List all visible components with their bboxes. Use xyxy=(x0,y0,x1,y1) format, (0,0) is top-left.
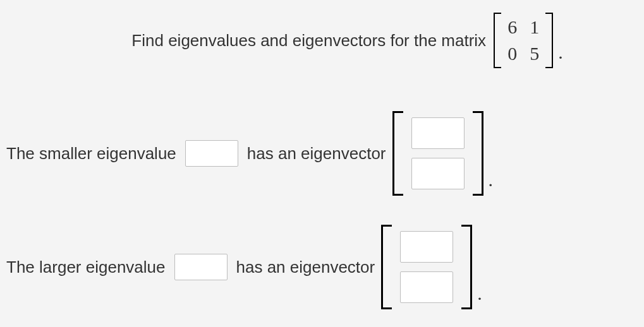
question-container: Find eigenvalues and eigenvectors for th… xyxy=(0,0,644,327)
smaller-eigenvector-input-1[interactable] xyxy=(411,117,465,149)
matrix-cell-11: 6 xyxy=(507,16,517,38)
smaller-eigenvalue-row: The smaller eigenvalue has an eigenvecto… xyxy=(6,106,638,201)
bracket-left-icon xyxy=(381,225,391,309)
prompt-text: Find eigenvalues and eigenvectors for th… xyxy=(131,31,486,51)
smaller-eigenvalue-input[interactable] xyxy=(185,140,238,167)
matrix-cell-12: 1 xyxy=(530,16,539,38)
smaller-label-before: The smaller eigenvalue xyxy=(6,144,176,164)
bracket-left-icon xyxy=(392,111,403,196)
matrix-cells: 6 1 0 5 xyxy=(501,13,545,68)
smaller-eigenvector-input-2[interactable] xyxy=(411,158,465,189)
smaller-period: . xyxy=(489,169,494,196)
prompt-period: . xyxy=(558,42,563,68)
prompt-row: Find eigenvalues and eigenvectors for th… xyxy=(6,13,638,68)
larger-eigenvector-input-1[interactable] xyxy=(400,231,453,263)
bracket-right-icon xyxy=(462,225,472,309)
bracket-right-icon xyxy=(473,111,483,196)
matrix-cell-22: 5 xyxy=(530,43,539,64)
matrix-A: 6 1 0 5 xyxy=(494,13,553,68)
larger-eigenvalue-row: The larger eigenvalue has an eigenvector… xyxy=(6,220,638,314)
larger-period: . xyxy=(477,283,482,309)
smaller-eigenvector xyxy=(392,111,483,196)
larger-label-before: The larger eigenvalue xyxy=(6,258,166,277)
bracket-left-icon xyxy=(494,13,501,68)
larger-label-after: has an eigenvector xyxy=(236,258,375,277)
larger-eigenvector-input-2[interactable] xyxy=(400,271,453,303)
bracket-right-icon xyxy=(545,13,553,68)
larger-eigenvector xyxy=(381,225,472,309)
matrix-cell-21: 0 xyxy=(507,43,517,64)
smaller-label-after: has an eigenvector xyxy=(247,144,386,164)
larger-eigenvalue-input[interactable] xyxy=(174,254,228,280)
